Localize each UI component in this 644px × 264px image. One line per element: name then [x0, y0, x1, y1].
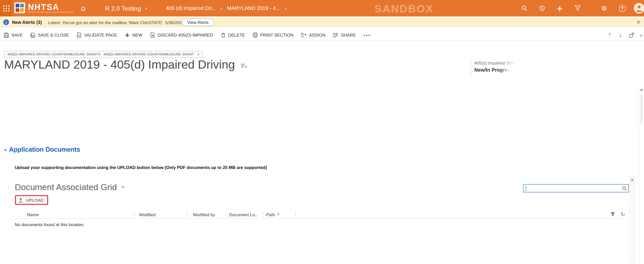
assign-button[interactable]: ASSIGN: [301, 32, 325, 38]
refresh-icon[interactable]: ↻: [621, 212, 625, 217]
assign-label: ASSIGN: [309, 33, 325, 37]
grid-search-button[interactable]: [622, 186, 627, 191]
scrollbar-thumb[interactable]: [640, 95, 643, 123]
status-field-label: 405(d) Impaired Statu: [474, 60, 516, 65]
save-close-icon: [30, 32, 35, 38]
close-icon[interactable]: ×: [636, 19, 641, 25]
grid-title-row[interactable]: Document Associated Grid: [15, 182, 125, 192]
scroll-up-icon[interactable]: ▲: [639, 88, 644, 91]
clock-icon: [539, 5, 546, 11]
grid-search-box: [523, 184, 629, 192]
column-label: Modified by: [193, 212, 215, 217]
grid-title: Document Associated Grid: [15, 182, 117, 192]
column-header-modified[interactable]: Modified: [135, 212, 187, 217]
more-commands-button[interactable]: ···: [363, 32, 371, 38]
status-field-value[interactable]: New/In Progres: [474, 67, 510, 73]
header-field-divider: [471, 58, 471, 76]
search-icon: [521, 5, 528, 11]
section-application-documents[interactable]: ◂ Application Documents: [4, 146, 80, 153]
validate-page-label: VALIDATE PAGE: [84, 33, 117, 37]
popout-icon: [629, 33, 634, 38]
alert-message: Latest: You've got an alert for the mail…: [48, 20, 201, 25]
column-header-name[interactable]: Name: [25, 212, 135, 217]
delete-button[interactable]: DELETE: [220, 32, 245, 38]
filter-icon[interactable]: [610, 212, 615, 217]
section-title: Application Documents: [9, 146, 80, 153]
sandbox-watermark: SANDBOX: [375, 3, 434, 15]
record-navigation: ↑ ↓: [607, 29, 634, 41]
home-icon[interactable]: ⌂: [81, 4, 86, 13]
settings-button[interactable]: ⚙: [598, 0, 610, 17]
popout-button[interactable]: [629, 33, 634, 38]
validate-page-button[interactable]: VALIDATE PAGE: [76, 32, 117, 38]
upload-button[interactable]: UPLOAD: [18, 197, 44, 203]
new-button[interactable]: + NEW: [125, 33, 142, 37]
person-icon: [635, 4, 643, 12]
breadcrumb-item-record[interactable]: MARYLAND 2019 - 4...: [227, 5, 280, 11]
breadcrumb-item-entity[interactable]: 405 (d) Impaired Dri...: [166, 5, 216, 11]
brand-caption: NATIONAL HIGHWAY TRAFFIC SAFETY ADMINIST…: [28, 11, 74, 13]
save-and-close-button[interactable]: SAVE & CLOSE: [30, 32, 69, 38]
top-navbar: NHTSA NATIONAL HIGHWAY TRAFFIC SAFETY AD…: [0, 0, 644, 17]
form-selector-icon: [241, 63, 247, 68]
upload-icon: [18, 197, 23, 203]
save-button[interactable]: SAVE: [4, 32, 23, 38]
advanced-find-button[interactable]: [572, 0, 583, 17]
delete-label: DELETE: [228, 33, 245, 37]
nhtsa-logo[interactable]: NHTSA NATIONAL HIGHWAY TRAFFIC SAFETY AD…: [14, 3, 74, 13]
upload-instructions: Upload your supporting documentation usi…: [15, 165, 267, 170]
grid-scrollbar[interactable]: ▲: [629, 176, 635, 264]
nhtsa-emblem-icon: [14, 3, 25, 13]
form-selector-button[interactable]: [241, 63, 247, 68]
view-alerts-button[interactable]: View Alerts: [182, 19, 213, 26]
alert-title: New Alerts (3): [12, 20, 42, 25]
app-window: NHTSA NATIONAL HIGHWAY TRAFFIC SAFETY AD…: [0, 0, 644, 264]
collapse-pane-icon[interactable]: »: [640, 33, 643, 38]
column-label: Modified: [139, 212, 155, 217]
share-button[interactable]: SHARE: [333, 32, 356, 38]
column-label: Name: [27, 212, 39, 217]
help-button[interactable]: ?: [617, 0, 628, 17]
text-cursor: [526, 186, 526, 191]
app-name-menu[interactable]: R 2.0 Testing ▾: [105, 0, 147, 17]
gear-icon: ⚙: [601, 4, 607, 12]
discard-button[interactable]: DISCARD 405(D) IMPAIRED: [150, 32, 213, 38]
discard-icon: [150, 32, 155, 38]
page-title-row: MARYLAND 2019 - 405(d) Impaired Driving: [4, 57, 247, 72]
column-label: Document Lo...: [229, 212, 258, 217]
sort-ascending-icon: ↑: [277, 212, 280, 216]
search-icon: [622, 186, 627, 191]
page-scrollbar[interactable]: ▲: [639, 86, 644, 264]
next-record-icon[interactable]: ↓: [618, 32, 623, 38]
user-avatar[interactable]: [634, 3, 644, 13]
save-icon: [4, 32, 9, 38]
column-header-modified-by[interactable]: Modified by: [187, 212, 226, 217]
upload-label: UPLOAD: [26, 197, 44, 202]
grid-header-row: Name Modified Modified by Document Lo...…: [15, 210, 628, 219]
printer-icon: [252, 32, 258, 38]
record-type-label: 405(D) IMPAIRED DRIVING COUNTERMEASURE G…: [7, 53, 194, 56]
scroll-up-icon[interactable]: ▲: [630, 177, 634, 183]
upload-annotation-highlight: UPLOAD: [15, 195, 48, 205]
grid-header-tools: ↻: [610, 212, 628, 217]
save-close-label: SAVE & CLOSE: [38, 33, 69, 37]
grid-search-input[interactable]: [524, 184, 629, 192]
recent-button[interactable]: [536, 0, 548, 17]
chevron-down-icon: ▾: [145, 6, 147, 10]
select-all-column[interactable]: [15, 212, 25, 217]
plus-icon: +: [125, 33, 130, 37]
search-button[interactable]: [519, 0, 530, 17]
breadcrumb: 405 (d) Impaired Dri... › MARYLAND 2019 …: [166, 0, 291, 17]
column-label: Path: [266, 212, 275, 217]
column-header-path[interactable]: Path ↑: [263, 212, 296, 217]
discard-label: DISCARD 405(D) IMPAIRED: [158, 33, 213, 37]
print-section-button[interactable]: PRINT SECTION: [252, 32, 293, 38]
column-header-document-location[interactable]: Document Lo...: [226, 212, 263, 217]
chevron-down-icon: ▾: [198, 53, 199, 56]
app-launcher-button[interactable]: [0, 0, 12, 17]
alert-bar: i New Alerts (3) Latest: You've got an a…: [0, 17, 644, 27]
quick-create-button[interactable]: +: [554, 0, 566, 17]
app-name-label: R 2.0 Testing: [105, 5, 141, 12]
share-label: SHARE: [341, 33, 356, 37]
previous-record-icon[interactable]: ↑: [607, 32, 612, 38]
